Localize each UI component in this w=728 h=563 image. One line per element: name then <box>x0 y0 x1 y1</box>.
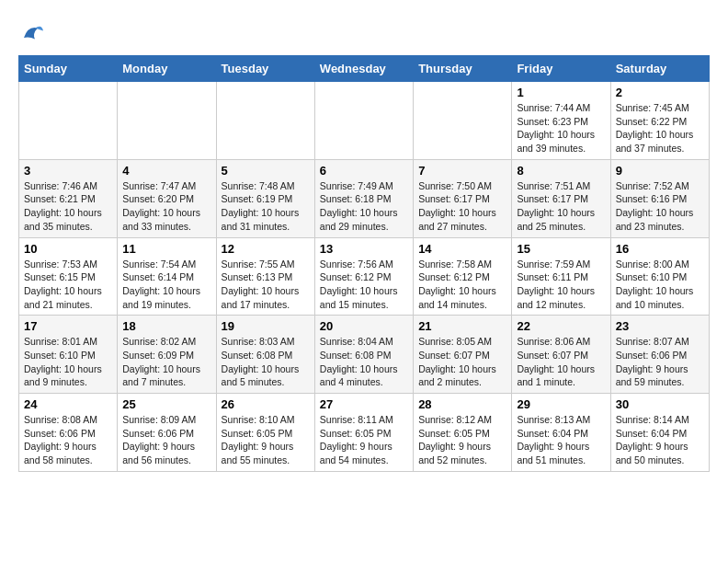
day-cell: 28Sunrise: 8:12 AM Sunset: 6:05 PM Dayli… <box>414 394 512 472</box>
logo <box>18 18 50 46</box>
day-cell: 15Sunrise: 7:59 AM Sunset: 6:11 PM Dayli… <box>512 237 610 316</box>
day-cell: 21Sunrise: 8:05 AM Sunset: 6:07 PM Dayli… <box>414 316 512 394</box>
day-number: 1 <box>517 86 605 99</box>
header-cell-friday: Friday <box>512 56 610 82</box>
day-info: Sunrise: 8:06 AM Sunset: 6:07 PM Dayligh… <box>517 335 605 389</box>
day-info: Sunrise: 7:53 AM Sunset: 6:15 PM Dayligh… <box>24 258 112 312</box>
day-number: 6 <box>320 164 408 178</box>
day-info: Sunrise: 7:50 AM Sunset: 6:17 PM Dayligh… <box>418 179 506 234</box>
day-cell: 13Sunrise: 7:56 AM Sunset: 6:12 PM Dayli… <box>314 237 413 316</box>
day-number: 25 <box>122 397 210 411</box>
day-cell: 22Sunrise: 8:06 AM Sunset: 6:07 PM Dayli… <box>512 316 610 394</box>
day-number: 16 <box>616 242 704 256</box>
day-number: 9 <box>616 164 704 178</box>
day-info: Sunrise: 8:14 AM Sunset: 6:04 PM Dayligh… <box>616 413 704 467</box>
day-number: 28 <box>418 397 506 411</box>
week-row-4: 17Sunrise: 8:01 AM Sunset: 6:10 PM Dayli… <box>19 316 710 394</box>
day-info: Sunrise: 7:49 AM Sunset: 6:18 PM Dayligh… <box>320 179 408 234</box>
week-row-1: 1Sunrise: 7:44 AM Sunset: 6:23 PM Daylig… <box>19 82 710 160</box>
day-number: 26 <box>222 397 310 411</box>
week-row-2: 3Sunrise: 7:46 AM Sunset: 6:21 PM Daylig… <box>19 159 710 237</box>
day-info: Sunrise: 7:56 AM Sunset: 6:12 PM Dayligh… <box>320 258 408 312</box>
day-cell: 17Sunrise: 8:01 AM Sunset: 6:10 PM Dayli… <box>19 316 118 394</box>
header-cell-tuesday: Tuesday <box>216 56 314 82</box>
header-cell-saturday: Saturday <box>610 56 709 82</box>
day-info: Sunrise: 8:02 AM Sunset: 6:09 PM Dayligh… <box>122 335 210 389</box>
day-info: Sunrise: 8:00 AM Sunset: 6:10 PM Dayligh… <box>616 258 704 312</box>
day-info: Sunrise: 7:55 AM Sunset: 6:13 PM Dayligh… <box>222 258 310 312</box>
day-info: Sunrise: 8:04 AM Sunset: 6:08 PM Dayligh… <box>320 335 408 389</box>
day-number: 17 <box>24 319 112 333</box>
day-number: 27 <box>320 397 408 411</box>
day-info: Sunrise: 7:46 AM Sunset: 6:21 PM Dayligh… <box>24 179 112 234</box>
day-number: 21 <box>418 319 506 333</box>
header-cell-sunday: Sunday <box>19 56 118 82</box>
day-info: Sunrise: 7:45 AM Sunset: 6:22 PM Dayligh… <box>616 101 704 155</box>
day-cell <box>414 82 512 160</box>
calendar-table: SundayMondayTuesdayWednesdayThursdayFrid… <box>18 55 710 472</box>
day-cell <box>216 82 314 160</box>
day-info: Sunrise: 8:10 AM Sunset: 6:05 PM Dayligh… <box>222 413 310 467</box>
day-cell: 1Sunrise: 7:44 AM Sunset: 6:23 PM Daylig… <box>512 82 610 160</box>
day-info: Sunrise: 8:01 AM Sunset: 6:10 PM Dayligh… <box>24 335 112 389</box>
header-cell-wednesday: Wednesday <box>314 56 413 82</box>
day-cell: 7Sunrise: 7:50 AM Sunset: 6:17 PM Daylig… <box>414 159 512 237</box>
day-number: 22 <box>517 319 605 333</box>
day-cell: 19Sunrise: 8:03 AM Sunset: 6:08 PM Dayli… <box>216 316 314 394</box>
day-info: Sunrise: 7:59 AM Sunset: 6:11 PM Dayligh… <box>517 258 605 312</box>
logo-icon <box>18 18 46 46</box>
day-info: Sunrise: 8:12 AM Sunset: 6:05 PM Dayligh… <box>418 413 506 467</box>
day-cell: 11Sunrise: 7:54 AM Sunset: 6:14 PM Dayli… <box>118 237 216 316</box>
day-number: 4 <box>122 164 210 178</box>
day-number: 12 <box>222 242 310 256</box>
day-info: Sunrise: 8:03 AM Sunset: 6:08 PM Dayligh… <box>222 335 310 389</box>
day-cell: 25Sunrise: 8:09 AM Sunset: 6:06 PM Dayli… <box>118 394 216 472</box>
day-cell: 2Sunrise: 7:45 AM Sunset: 6:22 PM Daylig… <box>610 82 709 160</box>
day-info: Sunrise: 8:05 AM Sunset: 6:07 PM Dayligh… <box>418 335 506 389</box>
day-info: Sunrise: 7:54 AM Sunset: 6:14 PM Dayligh… <box>122 258 210 312</box>
day-cell: 5Sunrise: 7:48 AM Sunset: 6:19 PM Daylig… <box>216 159 314 237</box>
day-cell: 16Sunrise: 8:00 AM Sunset: 6:10 PM Dayli… <box>610 237 709 316</box>
day-info: Sunrise: 8:08 AM Sunset: 6:06 PM Dayligh… <box>24 413 112 467</box>
day-number: 13 <box>320 242 408 256</box>
day-info: Sunrise: 7:52 AM Sunset: 6:16 PM Dayligh… <box>616 179 704 234</box>
day-cell <box>118 82 216 160</box>
day-number: 24 <box>24 397 112 411</box>
day-cell: 20Sunrise: 8:04 AM Sunset: 6:08 PM Dayli… <box>314 316 413 394</box>
day-info: Sunrise: 8:07 AM Sunset: 6:06 PM Dayligh… <box>616 335 704 389</box>
day-info: Sunrise: 7:44 AM Sunset: 6:23 PM Dayligh… <box>517 101 605 155</box>
day-cell <box>314 82 413 160</box>
day-cell: 10Sunrise: 7:53 AM Sunset: 6:15 PM Dayli… <box>19 237 118 316</box>
day-number: 8 <box>517 164 605 178</box>
day-cell: 24Sunrise: 8:08 AM Sunset: 6:06 PM Dayli… <box>19 394 118 472</box>
day-number: 19 <box>222 319 310 333</box>
day-cell: 18Sunrise: 8:02 AM Sunset: 6:09 PM Dayli… <box>118 316 216 394</box>
day-number: 20 <box>320 319 408 333</box>
day-info: Sunrise: 7:48 AM Sunset: 6:19 PM Dayligh… <box>222 179 310 234</box>
day-cell: 3Sunrise: 7:46 AM Sunset: 6:21 PM Daylig… <box>19 159 118 237</box>
week-row-3: 10Sunrise: 7:53 AM Sunset: 6:15 PM Dayli… <box>19 237 710 316</box>
day-info: Sunrise: 7:47 AM Sunset: 6:20 PM Dayligh… <box>122 179 210 234</box>
day-number: 30 <box>616 397 704 411</box>
header-cell-monday: Monday <box>118 56 216 82</box>
day-cell: 4Sunrise: 7:47 AM Sunset: 6:20 PM Daylig… <box>118 159 216 237</box>
day-cell: 26Sunrise: 8:10 AM Sunset: 6:05 PM Dayli… <box>216 394 314 472</box>
day-number: 2 <box>616 86 704 99</box>
day-number: 11 <box>122 242 210 256</box>
day-number: 29 <box>517 397 605 411</box>
day-number: 7 <box>418 164 506 178</box>
header-row: SundayMondayTuesdayWednesdayThursdayFrid… <box>19 56 710 82</box>
day-cell: 8Sunrise: 7:51 AM Sunset: 6:17 PM Daylig… <box>512 159 610 237</box>
day-cell: 6Sunrise: 7:49 AM Sunset: 6:18 PM Daylig… <box>314 159 413 237</box>
day-number: 23 <box>616 319 704 333</box>
day-number: 10 <box>24 242 112 256</box>
day-cell: 12Sunrise: 7:55 AM Sunset: 6:13 PM Dayli… <box>216 237 314 316</box>
day-cell: 29Sunrise: 8:13 AM Sunset: 6:04 PM Dayli… <box>512 394 610 472</box>
day-number: 3 <box>24 164 112 178</box>
day-info: Sunrise: 7:51 AM Sunset: 6:17 PM Dayligh… <box>517 179 605 234</box>
day-number: 15 <box>517 242 605 256</box>
day-cell: 9Sunrise: 7:52 AM Sunset: 6:16 PM Daylig… <box>610 159 709 237</box>
week-row-5: 24Sunrise: 8:08 AM Sunset: 6:06 PM Dayli… <box>19 394 710 472</box>
day-info: Sunrise: 7:58 AM Sunset: 6:12 PM Dayligh… <box>418 258 506 312</box>
header-cell-thursday: Thursday <box>414 56 512 82</box>
